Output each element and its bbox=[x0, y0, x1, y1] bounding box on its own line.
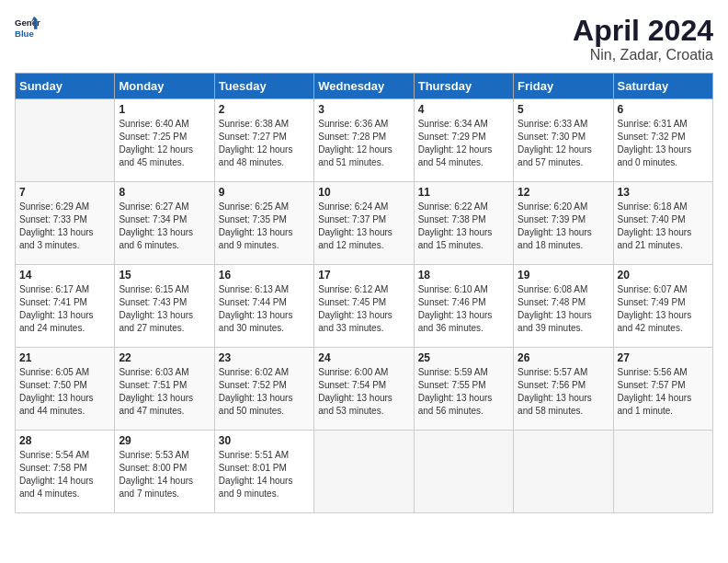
calendar-cell bbox=[314, 431, 414, 513]
day-info: Sunrise: 5:56 AM Sunset: 7:57 PM Dayligh… bbox=[618, 366, 709, 418]
day-info: Sunrise: 5:51 AM Sunset: 8:01 PM Dayligh… bbox=[219, 449, 310, 500]
calendar-title: April 2024 bbox=[573, 15, 713, 47]
day-info: Sunrise: 6:36 AM Sunset: 7:28 PM Dayligh… bbox=[318, 118, 409, 169]
day-info: Sunrise: 6:18 AM Sunset: 7:40 PM Dayligh… bbox=[618, 201, 709, 252]
calendar-subtitle: Nin, Zadar, Croatia bbox=[573, 47, 713, 63]
calendar-cell: 18Sunrise: 6:10 AM Sunset: 7:46 PM Dayli… bbox=[414, 265, 513, 348]
day-number: 16 bbox=[219, 269, 310, 282]
calendar-table: Sunday Monday Tuesday Wednesday Thursday… bbox=[15, 73, 713, 513]
day-number: 25 bbox=[418, 351, 509, 364]
svg-text:Blue: Blue bbox=[15, 29, 34, 39]
day-number: 21 bbox=[19, 351, 110, 364]
day-info: Sunrise: 6:24 AM Sunset: 7:37 PM Dayligh… bbox=[318, 201, 409, 252]
calendar-cell: 29Sunrise: 5:53 AM Sunset: 8:00 PM Dayli… bbox=[115, 431, 214, 513]
calendar-cell: 3Sunrise: 6:36 AM Sunset: 7:28 PM Daylig… bbox=[314, 99, 414, 182]
day-number: 14 bbox=[19, 269, 110, 282]
calendar-cell: 11Sunrise: 6:22 AM Sunset: 7:38 PM Dayli… bbox=[414, 182, 513, 265]
calendar-cell: 17Sunrise: 6:12 AM Sunset: 7:45 PM Dayli… bbox=[314, 265, 414, 348]
calendar-cell: 27Sunrise: 5:56 AM Sunset: 7:57 PM Dayli… bbox=[613, 348, 712, 431]
calendar-week-2: 7Sunrise: 6:29 AM Sunset: 7:33 PM Daylig… bbox=[16, 182, 713, 265]
day-number: 3 bbox=[318, 103, 409, 116]
calendar-cell: 19Sunrise: 6:08 AM Sunset: 7:48 PM Dayli… bbox=[514, 265, 613, 348]
day-info: Sunrise: 6:02 AM Sunset: 7:52 PM Dayligh… bbox=[219, 366, 310, 418]
day-info: Sunrise: 6:27 AM Sunset: 7:34 PM Dayligh… bbox=[119, 201, 210, 252]
day-info: Sunrise: 5:59 AM Sunset: 7:55 PM Dayligh… bbox=[418, 366, 509, 418]
header-wednesday: Wednesday bbox=[314, 74, 414, 99]
calendar-cell: 12Sunrise: 6:20 AM Sunset: 7:39 PM Dayli… bbox=[514, 182, 613, 265]
day-number: 15 bbox=[119, 269, 210, 282]
day-number: 10 bbox=[318, 186, 409, 199]
day-info: Sunrise: 6:20 AM Sunset: 7:39 PM Dayligh… bbox=[518, 201, 609, 252]
header-saturday: Saturday bbox=[613, 74, 712, 99]
header-friday: Friday bbox=[514, 74, 613, 99]
day-number: 13 bbox=[618, 186, 709, 199]
day-number: 11 bbox=[418, 186, 509, 199]
day-info: Sunrise: 6:38 AM Sunset: 7:27 PM Dayligh… bbox=[219, 118, 310, 169]
title-area: April 2024 Nin, Zadar, Croatia bbox=[573, 15, 713, 63]
day-info: Sunrise: 6:03 AM Sunset: 7:51 PM Dayligh… bbox=[119, 366, 210, 418]
calendar-cell: 15Sunrise: 6:15 AM Sunset: 7:43 PM Dayli… bbox=[115, 265, 214, 348]
day-number: 20 bbox=[618, 269, 709, 282]
calendar-week-4: 21Sunrise: 6:05 AM Sunset: 7:50 PM Dayli… bbox=[16, 348, 713, 431]
calendar-cell: 24Sunrise: 6:00 AM Sunset: 7:54 PM Dayli… bbox=[314, 348, 414, 431]
day-number: 28 bbox=[19, 434, 110, 447]
day-info: Sunrise: 6:05 AM Sunset: 7:50 PM Dayligh… bbox=[19, 366, 110, 418]
logo-icon: General Blue bbox=[15, 15, 40, 40]
day-info: Sunrise: 6:12 AM Sunset: 7:45 PM Dayligh… bbox=[318, 283, 409, 335]
calendar-cell: 9Sunrise: 6:25 AM Sunset: 7:35 PM Daylig… bbox=[214, 182, 313, 265]
calendar-cell: 22Sunrise: 6:03 AM Sunset: 7:51 PM Dayli… bbox=[115, 348, 214, 431]
day-number: 4 bbox=[418, 103, 509, 116]
calendar-cell: 26Sunrise: 5:57 AM Sunset: 7:56 PM Dayli… bbox=[514, 348, 613, 431]
calendar-cell: 14Sunrise: 6:17 AM Sunset: 7:41 PM Dayli… bbox=[16, 265, 115, 348]
day-info: Sunrise: 6:25 AM Sunset: 7:35 PM Dayligh… bbox=[219, 201, 310, 252]
day-info: Sunrise: 6:34 AM Sunset: 7:29 PM Dayligh… bbox=[418, 118, 509, 169]
day-info: Sunrise: 6:00 AM Sunset: 7:54 PM Dayligh… bbox=[318, 366, 409, 418]
calendar-cell bbox=[16, 99, 115, 182]
day-info: Sunrise: 6:08 AM Sunset: 7:48 PM Dayligh… bbox=[518, 283, 609, 335]
calendar-cell: 8Sunrise: 6:27 AM Sunset: 7:34 PM Daylig… bbox=[115, 182, 214, 265]
calendar-cell: 1Sunrise: 6:40 AM Sunset: 7:25 PM Daylig… bbox=[115, 99, 214, 182]
day-number: 26 bbox=[518, 351, 609, 364]
calendar-cell: 21Sunrise: 6:05 AM Sunset: 7:50 PM Dayli… bbox=[16, 348, 115, 431]
calendar-cell bbox=[414, 431, 513, 513]
calendar-week-1: 1Sunrise: 6:40 AM Sunset: 7:25 PM Daylig… bbox=[16, 99, 713, 182]
day-info: Sunrise: 6:33 AM Sunset: 7:30 PM Dayligh… bbox=[518, 118, 609, 169]
day-number: 6 bbox=[618, 103, 709, 116]
calendar-cell: 30Sunrise: 5:51 AM Sunset: 8:01 PM Dayli… bbox=[214, 431, 313, 513]
calendar-cell: 16Sunrise: 6:13 AM Sunset: 7:44 PM Dayli… bbox=[214, 265, 313, 348]
calendar-cell: 25Sunrise: 5:59 AM Sunset: 7:55 PM Dayli… bbox=[414, 348, 513, 431]
calendar-cell: 13Sunrise: 6:18 AM Sunset: 7:40 PM Dayli… bbox=[613, 182, 712, 265]
calendar-cell: 28Sunrise: 5:54 AM Sunset: 7:58 PM Dayli… bbox=[16, 431, 115, 513]
header-thursday: Thursday bbox=[414, 74, 513, 99]
day-info: Sunrise: 5:57 AM Sunset: 7:56 PM Dayligh… bbox=[518, 366, 609, 418]
day-number: 2 bbox=[219, 103, 310, 116]
day-info: Sunrise: 5:54 AM Sunset: 7:58 PM Dayligh… bbox=[19, 449, 110, 500]
header: General Blue April 2024 Nin, Zadar, Croa… bbox=[15, 15, 713, 63]
day-number: 1 bbox=[119, 103, 210, 116]
day-info: Sunrise: 6:31 AM Sunset: 7:32 PM Dayligh… bbox=[618, 118, 709, 169]
weekday-header-row: Sunday Monday Tuesday Wednesday Thursday… bbox=[16, 74, 713, 99]
day-number: 29 bbox=[119, 434, 210, 447]
day-number: 9 bbox=[219, 186, 310, 199]
day-number: 5 bbox=[518, 103, 609, 116]
header-monday: Monday bbox=[115, 74, 214, 99]
calendar-cell: 2Sunrise: 6:38 AM Sunset: 7:27 PM Daylig… bbox=[214, 99, 313, 182]
calendar-week-3: 14Sunrise: 6:17 AM Sunset: 7:41 PM Dayli… bbox=[16, 265, 713, 348]
day-info: Sunrise: 6:13 AM Sunset: 7:44 PM Dayligh… bbox=[219, 283, 310, 335]
calendar-cell: 20Sunrise: 6:07 AM Sunset: 7:49 PM Dayli… bbox=[613, 265, 712, 348]
day-info: Sunrise: 6:40 AM Sunset: 7:25 PM Dayligh… bbox=[119, 118, 210, 169]
day-info: Sunrise: 6:29 AM Sunset: 7:33 PM Dayligh… bbox=[19, 201, 110, 252]
day-info: Sunrise: 6:22 AM Sunset: 7:38 PM Dayligh… bbox=[418, 201, 509, 252]
day-number: 27 bbox=[618, 351, 709, 364]
calendar-cell: 7Sunrise: 6:29 AM Sunset: 7:33 PM Daylig… bbox=[16, 182, 115, 265]
calendar-cell: 4Sunrise: 6:34 AM Sunset: 7:29 PM Daylig… bbox=[414, 99, 513, 182]
day-info: Sunrise: 6:10 AM Sunset: 7:46 PM Dayligh… bbox=[418, 283, 509, 335]
calendar-cell bbox=[613, 431, 712, 513]
day-info: Sunrise: 6:17 AM Sunset: 7:41 PM Dayligh… bbox=[19, 283, 110, 335]
calendar-cell: 23Sunrise: 6:02 AM Sunset: 7:52 PM Dayli… bbox=[214, 348, 313, 431]
day-number: 12 bbox=[518, 186, 609, 199]
day-number: 18 bbox=[418, 269, 509, 282]
header-sunday: Sunday bbox=[16, 74, 115, 99]
day-number: 7 bbox=[19, 186, 110, 199]
day-info: Sunrise: 6:07 AM Sunset: 7:49 PM Dayligh… bbox=[618, 283, 709, 335]
